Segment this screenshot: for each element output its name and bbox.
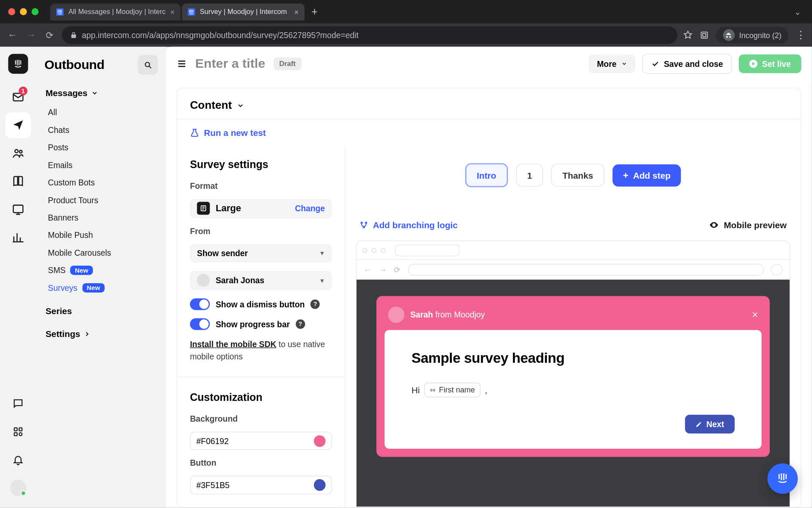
set-live-button[interactable]: Set live: [739, 55, 801, 73]
sidebar-item-banners[interactable]: Banners: [42, 209, 160, 226]
from-select[interactable]: Show sender ▼: [190, 244, 332, 263]
survey-card: Sarah from Moodjoy × Sample survey headi…: [376, 296, 770, 457]
rail-operator[interactable]: [5, 196, 31, 222]
sender-select[interactable]: Sarah Jonas ▼: [190, 271, 332, 290]
sidebar-item-emails[interactable]: Emails: [42, 156, 160, 174]
toggle-progress: Show progress bar ?: [190, 318, 332, 330]
avatar: [388, 306, 405, 323]
close-tab-icon[interactable]: ×: [170, 7, 175, 16]
menu-icon[interactable]: ⋮: [796, 29, 806, 41]
survey-heading[interactable]: Sample survey heading: [411, 350, 735, 366]
format-icon: [197, 202, 210, 215]
save-and-close-button[interactable]: Save and close: [642, 54, 732, 74]
step-thanks[interactable]: Thanks: [551, 164, 604, 187]
mock-viewport: Sarah from Moodjoy × Sample survey headi…: [357, 280, 790, 507]
minimize-window[interactable]: [20, 8, 27, 15]
maximize-window[interactable]: [32, 8, 39, 15]
chevron-right-icon: [84, 330, 91, 337]
canvas: Intro 1 Thanks + Add step Add branching …: [346, 146, 801, 507]
svg-rect-11: [702, 33, 705, 36]
run-new-test-link[interactable]: Run a new test: [190, 127, 788, 137]
sidebar-item-surveys[interactable]: Surveys New: [42, 279, 160, 296]
toggle-dismiss-switch[interactable]: [190, 298, 210, 310]
branch-icon: [359, 221, 368, 229]
main: Enter a title Draft More Save and close …: [166, 47, 812, 508]
content-header[interactable]: Content: [177, 88, 801, 119]
sidebar-section-messages[interactable]: Messages: [42, 84, 160, 101]
add-branching-link[interactable]: Add branching logic: [359, 220, 458, 230]
extensions-icon[interactable]: [700, 30, 709, 40]
rail-contacts[interactable]: [5, 141, 31, 166]
svg-rect-21: [19, 428, 22, 431]
step-1[interactable]: 1: [516, 164, 543, 187]
survey-title-input[interactable]: Enter a title: [195, 56, 266, 72]
sidebar-item-sms[interactable]: SMS New: [42, 262, 160, 279]
mobile-preview-link[interactable]: Mobile preview: [709, 220, 787, 230]
settings-title: Survey settings: [190, 159, 332, 171]
rail-inbox[interactable]: 1: [5, 84, 31, 110]
sidebar-item-product-tours[interactable]: Product Tours: [42, 191, 160, 209]
next-button[interactable]: Next: [685, 415, 735, 433]
mock-profile: [771, 264, 783, 276]
browser-tab[interactable]: All Messages | Moodjoy | Interc ×: [50, 3, 181, 20]
sidebar-item-posts[interactable]: Posts: [42, 139, 160, 156]
browser-tab-active[interactable]: Survey | Moodjoy | Intercom ×: [182, 3, 304, 20]
collapse-sidebar-icon[interactable]: [176, 58, 187, 69]
reload-button[interactable]: ⟳: [43, 30, 56, 41]
tab-overflow-button[interactable]: ⌄: [792, 7, 804, 17]
step-intro[interactable]: Intro: [465, 163, 508, 188]
mock-forward-icon: →: [379, 265, 387, 274]
incognito-indicator[interactable]: Incognito (2): [716, 27, 789, 44]
bookmark-icon[interactable]: [683, 30, 692, 40]
intercom-logo[interactable]: [8, 54, 28, 74]
color-swatch: [314, 479, 326, 491]
rail-articles[interactable]: [5, 168, 31, 194]
rail-profile[interactable]: [5, 475, 31, 501]
sidebar-item-all[interactable]: All: [42, 104, 160, 121]
chevron-down-icon: [236, 102, 244, 109]
avatar: [197, 274, 210, 287]
mock-url: [408, 264, 764, 276]
sidebar-settings[interactable]: Settings: [42, 320, 160, 342]
rail-conversations[interactable]: [5, 391, 31, 417]
chevron-down-icon: [91, 89, 98, 97]
canvas-toolbar: Add branching logic Mobile preview: [356, 220, 790, 230]
rail-apps[interactable]: [5, 419, 31, 445]
inbox-badge: 1: [19, 87, 27, 96]
rail-outbound[interactable]: [5, 112, 31, 138]
new-tab-button[interactable]: +: [306, 6, 324, 18]
address-bar[interactable]: app.intercom.com/a/apps/nnsgmgob/outboun…: [62, 26, 677, 44]
svg-rect-5: [187, 8, 195, 16]
install-sdk-link[interactable]: Install the mobile SDK: [190, 339, 276, 348]
background-color-input[interactable]: #F06192: [190, 432, 332, 450]
button-color-input[interactable]: #3F51B5: [190, 476, 332, 494]
rail-notifications[interactable]: [5, 447, 31, 473]
customization-title: Customization: [190, 391, 332, 403]
sidebar-item-custom-bots[interactable]: Custom Bots: [42, 174, 160, 191]
rail-reports[interactable]: [5, 225, 31, 251]
close-icon[interactable]: ×: [752, 309, 758, 321]
add-step-button[interactable]: + Add step: [612, 164, 681, 187]
close-tab-icon[interactable]: ×: [294, 7, 299, 16]
search-button[interactable]: [138, 55, 158, 75]
help-icon[interactable]: ?: [310, 299, 320, 309]
new-badge: New: [82, 283, 104, 293]
more-button[interactable]: More: [589, 55, 635, 73]
sidebar-title: Outbound: [44, 57, 104, 72]
sidebar-item-mobile-push[interactable]: Mobile Push: [42, 226, 160, 244]
toggle-dismiss: Show a dismiss button ?: [190, 298, 332, 310]
survey-text[interactable]: Hi ⇔ First name ,: [411, 383, 735, 398]
sidebar-item-chats[interactable]: Chats: [42, 121, 160, 138]
change-format-link[interactable]: Change: [295, 204, 325, 213]
svg-rect-0: [56, 8, 64, 16]
button-color-label: Button: [190, 458, 332, 468]
sidebar-item-mobile-carousels[interactable]: Mobile Carousels: [42, 244, 160, 261]
variable-chip[interactable]: ⇔ First name: [425, 383, 480, 398]
forward-button[interactable]: →: [25, 30, 37, 40]
sidebar-series[interactable]: Series: [42, 297, 160, 320]
help-icon[interactable]: ?: [296, 319, 305, 329]
back-button[interactable]: ←: [6, 30, 19, 40]
intercom-messenger-fab[interactable]: [768, 464, 798, 494]
toggle-progress-switch[interactable]: [190, 318, 210, 330]
close-window[interactable]: [8, 8, 15, 15]
